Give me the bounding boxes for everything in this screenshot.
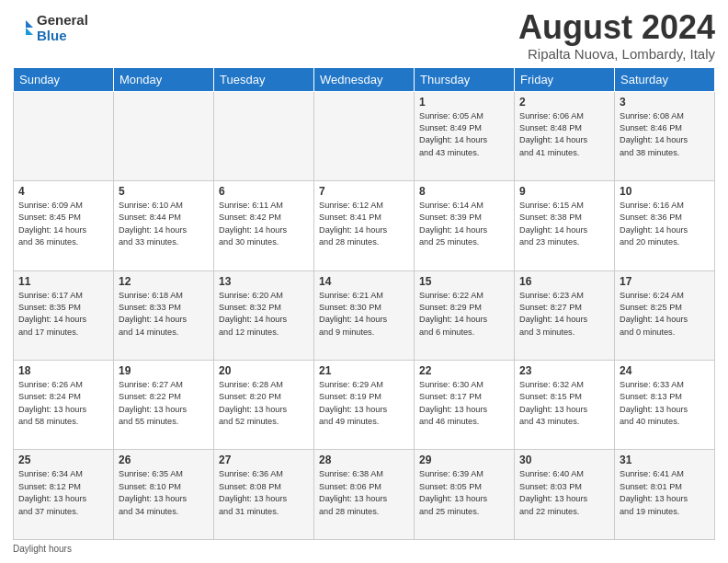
- day-info: Sunrise: 6:28 AM Sunset: 8:20 PM Dayligh…: [219, 379, 309, 428]
- day-info: Sunrise: 6:06 AM Sunset: 8:48 PM Dayligh…: [519, 110, 609, 159]
- calendar-cell: 9Sunrise: 6:15 AM Sunset: 8:38 PM Daylig…: [515, 181, 615, 270]
- day-number: 21: [319, 364, 409, 377]
- calendar-cell: 11Sunrise: 6:17 AM Sunset: 8:35 PM Dayli…: [14, 270, 114, 360]
- day-number: 10: [620, 185, 710, 198]
- calendar-cell: 5Sunrise: 6:10 AM Sunset: 8:44 PM Daylig…: [114, 181, 214, 270]
- month-title: August 2024: [518, 9, 715, 46]
- header: General Blue August 2024 Ripalta Nuova, …: [13, 9, 715, 62]
- day-info: Sunrise: 6:29 AM Sunset: 8:19 PM Dayligh…: [319, 379, 409, 428]
- calendar-cell: 22Sunrise: 6:30 AM Sunset: 8:17 PM Dayli…: [415, 361, 515, 450]
- calendar-cell: 6Sunrise: 6:11 AM Sunset: 8:42 PM Daylig…: [214, 181, 314, 270]
- day-info: Sunrise: 6:27 AM Sunset: 8:22 PM Dayligh…: [119, 379, 209, 428]
- day-info: Sunrise: 6:21 AM Sunset: 8:30 PM Dayligh…: [319, 290, 409, 339]
- day-info: Sunrise: 6:14 AM Sunset: 8:39 PM Dayligh…: [419, 200, 509, 248]
- day-number: 8: [419, 185, 509, 198]
- calendar-cell: 2Sunrise: 6:06 AM Sunset: 8:48 PM Daylig…: [515, 91, 615, 180]
- calendar-table: SundayMondayTuesdayWednesdayThursdayFrid…: [13, 67, 715, 540]
- day-info: Sunrise: 6:34 AM Sunset: 8:12 PM Dayligh…: [18, 468, 108, 517]
- calendar-cell: [14, 91, 114, 180]
- logo-icon: [13, 18, 33, 39]
- calendar-cell: 25Sunrise: 6:34 AM Sunset: 8:12 PM Dayli…: [14, 450, 114, 540]
- col-header-wednesday: Wednesday: [314, 67, 415, 91]
- day-number: 25: [18, 454, 108, 466]
- calendar-week-1: 1Sunrise: 6:05 AM Sunset: 8:49 PM Daylig…: [14, 91, 715, 180]
- day-number: 1: [419, 96, 509, 109]
- day-info: Sunrise: 6:11 AM Sunset: 8:42 PM Dayligh…: [219, 200, 309, 248]
- calendar-cell: 30Sunrise: 6:40 AM Sunset: 8:03 PM Dayli…: [515, 450, 615, 540]
- logo-blue: Blue: [37, 29, 88, 44]
- day-number: 24: [620, 364, 710, 377]
- day-info: Sunrise: 6:38 AM Sunset: 8:06 PM Dayligh…: [319, 468, 409, 517]
- col-header-saturday: Saturday: [615, 67, 715, 91]
- day-info: Sunrise: 6:30 AM Sunset: 8:17 PM Dayligh…: [419, 379, 509, 428]
- calendar-cell: 24Sunrise: 6:33 AM Sunset: 8:13 PM Dayli…: [615, 361, 715, 450]
- day-info: Sunrise: 6:18 AM Sunset: 8:33 PM Dayligh…: [119, 290, 209, 339]
- calendar-cell: 29Sunrise: 6:39 AM Sunset: 8:05 PM Dayli…: [415, 450, 515, 540]
- day-info: Sunrise: 6:35 AM Sunset: 8:10 PM Dayligh…: [119, 468, 209, 517]
- day-number: 4: [18, 185, 108, 198]
- calendar-header-row: SundayMondayTuesdayWednesdayThursdayFrid…: [14, 67, 715, 91]
- col-header-monday: Monday: [114, 67, 214, 91]
- col-header-friday: Friday: [515, 67, 615, 91]
- day-info: Sunrise: 6:17 AM Sunset: 8:35 PM Dayligh…: [18, 290, 108, 339]
- title-block: August 2024 Ripalta Nuova, Lombardy, Ita…: [518, 9, 715, 62]
- day-info: Sunrise: 6:20 AM Sunset: 8:32 PM Dayligh…: [219, 290, 309, 339]
- calendar-cell: 13Sunrise: 6:20 AM Sunset: 8:32 PM Dayli…: [214, 270, 314, 360]
- day-info: Sunrise: 6:32 AM Sunset: 8:15 PM Dayligh…: [519, 379, 609, 428]
- logo: General Blue: [13, 13, 88, 43]
- calendar-cell: 23Sunrise: 6:32 AM Sunset: 8:15 PM Dayli…: [515, 361, 615, 450]
- calendar-cell: 31Sunrise: 6:41 AM Sunset: 8:01 PM Dayli…: [615, 450, 715, 540]
- day-number: 15: [419, 275, 509, 288]
- day-info: Sunrise: 6:33 AM Sunset: 8:13 PM Dayligh…: [620, 379, 710, 428]
- calendar-week-5: 25Sunrise: 6:34 AM Sunset: 8:12 PM Dayli…: [14, 450, 715, 540]
- day-number: 5: [119, 185, 209, 198]
- day-number: 22: [419, 364, 509, 377]
- calendar-week-3: 11Sunrise: 6:17 AM Sunset: 8:35 PM Dayli…: [14, 270, 715, 360]
- calendar-cell: 8Sunrise: 6:14 AM Sunset: 8:39 PM Daylig…: [415, 181, 515, 270]
- calendar-cell: 3Sunrise: 6:08 AM Sunset: 8:46 PM Daylig…: [615, 91, 715, 180]
- calendar-cell: 16Sunrise: 6:23 AM Sunset: 8:27 PM Dayli…: [515, 270, 615, 360]
- day-info: Sunrise: 6:41 AM Sunset: 8:01 PM Dayligh…: [620, 468, 710, 517]
- daylight-label: Daylight hours: [13, 544, 72, 554]
- day-info: Sunrise: 6:24 AM Sunset: 8:25 PM Dayligh…: [620, 290, 710, 339]
- day-number: 9: [519, 185, 609, 198]
- day-info: Sunrise: 6:40 AM Sunset: 8:03 PM Dayligh…: [519, 468, 609, 517]
- day-info: Sunrise: 6:16 AM Sunset: 8:36 PM Dayligh…: [620, 200, 710, 248]
- day-number: 31: [620, 454, 710, 466]
- day-info: Sunrise: 6:05 AM Sunset: 8:49 PM Dayligh…: [419, 110, 509, 159]
- day-info: Sunrise: 6:12 AM Sunset: 8:41 PM Dayligh…: [319, 200, 409, 248]
- calendar-cell: 12Sunrise: 6:18 AM Sunset: 8:33 PM Dayli…: [114, 270, 214, 360]
- col-header-tuesday: Tuesday: [214, 67, 314, 91]
- day-info: Sunrise: 6:22 AM Sunset: 8:29 PM Dayligh…: [419, 290, 509, 339]
- calendar-cell: 28Sunrise: 6:38 AM Sunset: 8:06 PM Dayli…: [314, 450, 415, 540]
- day-number: 3: [620, 96, 710, 109]
- day-number: 2: [519, 96, 609, 109]
- calendar-cell: 1Sunrise: 6:05 AM Sunset: 8:49 PM Daylig…: [415, 91, 515, 180]
- day-number: 23: [519, 364, 609, 377]
- day-number: 20: [219, 364, 309, 377]
- day-info: Sunrise: 6:39 AM Sunset: 8:05 PM Dayligh…: [419, 468, 509, 517]
- day-info: Sunrise: 6:15 AM Sunset: 8:38 PM Dayligh…: [519, 200, 609, 248]
- col-header-thursday: Thursday: [415, 67, 515, 91]
- calendar-cell: 4Sunrise: 6:09 AM Sunset: 8:45 PM Daylig…: [14, 181, 114, 270]
- calendar-cell: 10Sunrise: 6:16 AM Sunset: 8:36 PM Dayli…: [615, 181, 715, 270]
- day-number: 16: [519, 275, 609, 288]
- page: General Blue August 2024 Ripalta Nuova, …: [0, 0, 728, 563]
- day-number: 28: [319, 454, 409, 466]
- day-info: Sunrise: 6:23 AM Sunset: 8:27 PM Dayligh…: [519, 290, 609, 339]
- day-number: 19: [119, 364, 209, 377]
- day-number: 14: [319, 275, 409, 288]
- logo-text: General Blue: [37, 13, 88, 43]
- calendar-cell: 26Sunrise: 6:35 AM Sunset: 8:10 PM Dayli…: [114, 450, 214, 540]
- logo-general: General: [37, 13, 88, 29]
- day-number: 12: [119, 275, 209, 288]
- calendar-cell: 7Sunrise: 6:12 AM Sunset: 8:41 PM Daylig…: [314, 181, 415, 270]
- day-number: 18: [18, 364, 108, 377]
- calendar-cell: 19Sunrise: 6:27 AM Sunset: 8:22 PM Dayli…: [114, 361, 214, 450]
- day-info: Sunrise: 6:08 AM Sunset: 8:46 PM Dayligh…: [620, 110, 710, 159]
- day-number: 26: [119, 454, 209, 466]
- calendar-week-4: 18Sunrise: 6:26 AM Sunset: 8:24 PM Dayli…: [14, 361, 715, 450]
- footer-note: Daylight hours: [13, 544, 715, 554]
- col-header-sunday: Sunday: [14, 67, 114, 91]
- day-number: 17: [620, 275, 710, 288]
